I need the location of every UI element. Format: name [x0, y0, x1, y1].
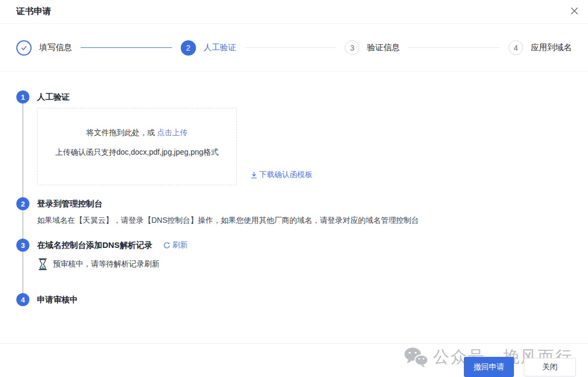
close-x-glyph	[571, 7, 578, 15]
process-step-title: 登录到管理控制台	[37, 199, 102, 209]
process-step-number: 1	[16, 90, 29, 104]
stepper-connector	[408, 47, 500, 48]
progress-stepper: 填写信息 2 人工验证 3 验证信息 4 应用到域名	[0, 24, 588, 72]
refresh-link[interactable]: 刷新	[163, 240, 188, 250]
check-glyph	[20, 44, 28, 52]
refresh-icon	[163, 242, 170, 249]
process-panel: 1 人工验证 将文件拖到此处，或点击上传 上传确认函只支持doc,docx,pd…	[0, 72, 588, 306]
stepper-step-manual-verify: 2 人工验证	[181, 40, 236, 56]
process-step-number: 3	[16, 239, 29, 252]
refresh-label: 刷新	[173, 240, 188, 250]
process-step-title: 人工验证	[37, 92, 70, 102]
wechat-icon	[403, 346, 428, 368]
stepper-step-apply-domain: 4 应用到域名	[509, 40, 572, 55]
stepper-step-verify-info: 3 验证信息	[345, 40, 400, 55]
process-step-title: 申请审核中	[37, 295, 78, 305]
process-step-number: 4	[16, 293, 29, 306]
withdraw-application-button[interactable]: 撤回申请	[464, 357, 514, 377]
stepper-label: 人工验证	[204, 42, 236, 53]
dns-precheck-status: 预审核中，请等待解析记录刷新	[38, 258, 572, 270]
hourglass-icon	[38, 258, 47, 270]
process-step-description: 如果域名在【天翼云】，请登录【DNS控制台】操作，如果您使用其他厂商的域名，请登…	[37, 215, 572, 226]
stepper-label: 应用到域名	[531, 42, 572, 53]
dropzone-text: 将文件拖到此处，或点击上传	[38, 128, 236, 138]
check-icon	[16, 40, 32, 56]
dialog-header: 证书申请	[0, 0, 588, 24]
stepper-connector	[245, 47, 336, 48]
download-template-label: 下载确认函模板	[259, 170, 313, 180]
process-step-under-review: 4 申请审核中	[16, 293, 572, 306]
stepper-connector-done	[81, 47, 172, 48]
click-upload-link[interactable]: 点击上传	[157, 128, 188, 137]
status-text: 预审核中，请等待解析记录刷新	[53, 259, 160, 269]
step-number-badge: 2	[181, 40, 196, 56]
close-icon[interactable]	[569, 6, 579, 16]
stepper-step-fill-info: 填写信息	[16, 40, 72, 56]
step-number-badge: 4	[509, 40, 523, 55]
upload-format-hint: 上传确认函只支持doc,docx,pdf,jpg,jpeg,png格式	[38, 148, 236, 157]
file-dropzone[interactable]: 将文件拖到此处，或点击上传 上传确认函只支持doc,docx,pdf,jpg,j…	[37, 108, 237, 185]
dialog-footer: 公众号 · 挽风而行 撤回申请 关闭	[0, 343, 588, 377]
close-dialog-button[interactable]: 关闭	[524, 358, 576, 376]
stepper-label: 填写信息	[39, 42, 72, 53]
download-template-link[interactable]: 下载确认函模板	[250, 170, 313, 180]
upload-row: 将文件拖到此处，或点击上传 上传确认函只支持doc,docx,pdf,jpg,j…	[37, 108, 572, 185]
process-step-manual-verify: 1 人工验证	[16, 90, 572, 104]
stepper-label: 验证信息	[367, 42, 400, 53]
download-icon	[250, 172, 258, 179]
process-step-title: 在域名控制台添加DNS解析记录	[37, 240, 152, 251]
page-title: 证书申请	[16, 6, 51, 17]
certificate-apply-dialog: 证书申请 填写信息 2 人工验证 3 验证信息 4 应用到域名	[0, 0, 588, 377]
process-step-login-console: 2 登录到管理控制台	[16, 197, 572, 210]
process-step-add-dns: 3 在域名控制台添加DNS解析记录 刷新	[16, 239, 572, 252]
process-step-number: 2	[16, 197, 29, 210]
step-number-badge: 3	[345, 40, 359, 55]
dropzone-drag-text: 将文件拖到此处，或	[87, 128, 155, 137]
